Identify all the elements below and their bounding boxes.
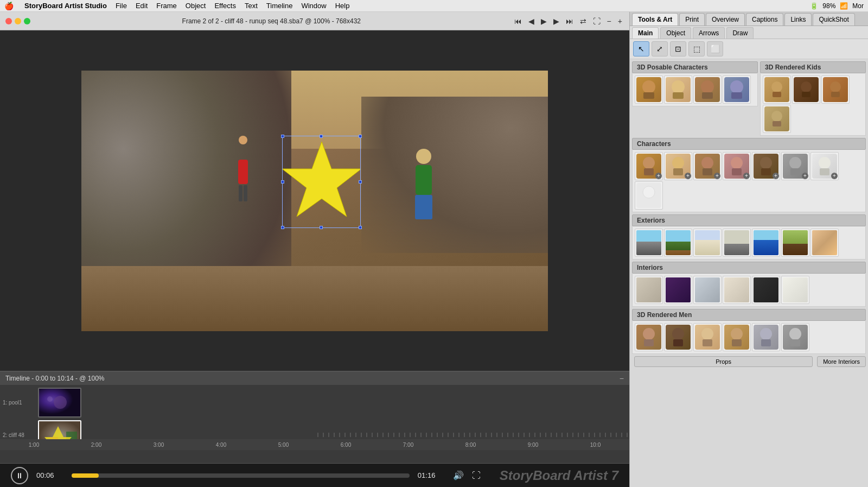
crop-tool-icon[interactable]: ⊡ <box>670 41 686 56</box>
int-1[interactable] <box>635 276 663 304</box>
kid-2[interactable] <box>792 75 820 104</box>
char-cell-3[interactable]: + <box>693 152 722 180</box>
ext-6[interactable] <box>781 229 809 257</box>
transform-tool-icon[interactable]: ⬚ <box>688 41 705 56</box>
exteriors-title[interactable]: Exteriors <box>632 214 866 226</box>
timeline-collapse-btn[interactable]: − <box>620 374 624 383</box>
handle-top-right[interactable] <box>359 135 362 138</box>
subtab-main[interactable]: Main <box>632 27 659 39</box>
menu-help[interactable]: Help <box>335 2 350 10</box>
fullscreen-icon[interactable]: ⛶ <box>472 471 481 480</box>
frame-prev-btn[interactable]: ◀ <box>527 16 536 26</box>
volume-icon[interactable]: 🔊 <box>453 470 464 480</box>
progress-bar[interactable] <box>72 473 410 478</box>
handle-bottom-center[interactable] <box>320 226 323 229</box>
man-1[interactable] <box>635 323 663 351</box>
man-6[interactable] <box>781 323 809 351</box>
posable-title[interactable]: 3D Posable Characters <box>632 61 758 73</box>
panel-scrollable[interactable]: 3D Posable Characters 3D Rendered Kids <box>630 59 868 487</box>
ext-3[interactable] <box>693 229 722 257</box>
menu-effects[interactable]: Effects <box>214 2 236 10</box>
select-tool-icon[interactable]: ↖ <box>633 41 649 56</box>
man-2[interactable] <box>664 323 692 351</box>
more-interiors-button[interactable]: More Interiors <box>817 356 866 367</box>
perspective-tool-icon[interactable]: ⬜ <box>707 41 723 56</box>
character-green <box>402 149 445 230</box>
man-4[interactable] <box>723 323 751 351</box>
ext-1[interactable] <box>635 229 663 257</box>
kid-1[interactable] <box>763 75 791 104</box>
man-5[interactable] <box>752 323 780 351</box>
tab-captions[interactable]: Captions <box>746 13 783 26</box>
rendered-kids-grid <box>760 73 866 136</box>
svg-point-12 <box>701 80 714 93</box>
frame-play-btn[interactable]: ▶ <box>539 16 548 26</box>
frame-zoom-in-btn[interactable]: + <box>616 16 624 26</box>
posable-char-2[interactable] <box>664 75 692 104</box>
posable-char-3[interactable] <box>693 75 722 104</box>
subtab-draw[interactable]: Draw <box>726 27 754 39</box>
int-4[interactable] <box>723 276 751 304</box>
ext-2[interactable] <box>664 229 692 257</box>
tab-quickshot[interactable]: QuickShot <box>813 13 854 26</box>
frame-first-btn[interactable]: ⏮ <box>513 16 524 26</box>
ext-4[interactable] <box>723 229 751 257</box>
int-2[interactable] <box>664 276 692 304</box>
handle-top-center[interactable] <box>320 135 323 138</box>
window-maximize-btn[interactable] <box>24 18 30 24</box>
characters-title[interactable]: Characters <box>632 138 866 150</box>
menu-window[interactable]: Window <box>301 2 326 10</box>
window-close-btn[interactable] <box>5 18 12 24</box>
handle-mid-right[interactable] <box>359 180 362 184</box>
menu-file[interactable]: File <box>116 2 127 10</box>
char-cell-2[interactable]: + <box>664 152 692 180</box>
props-button[interactable]: Props <box>634 356 813 367</box>
menu-text[interactable]: Text <box>245 2 258 10</box>
char-cell-8[interactable] <box>635 181 663 210</box>
char-cell-4[interactable]: + <box>723 152 751 180</box>
track-thumb-1[interactable] <box>38 388 81 418</box>
handle-mid-left[interactable] <box>281 180 284 184</box>
pause-button[interactable]: ⏸ <box>11 467 28 484</box>
handle-top-left[interactable] <box>281 135 284 138</box>
ext-5[interactable] <box>752 229 780 257</box>
menu-timeline[interactable]: Timeline <box>266 2 293 10</box>
timeline-ruler: 1:00 2:00 3:00 4:00 5:00 6:00 7:00 8:00 … <box>0 439 629 450</box>
char-cell-6[interactable]: + <box>781 152 809 180</box>
selection-box[interactable]: ✛ <box>282 136 361 228</box>
frame-next-btn[interactable]: ▶ <box>552 16 561 26</box>
apple-menu-icon[interactable]: 🍎 <box>4 2 14 10</box>
posable-char-1[interactable] <box>635 75 663 104</box>
frame-fullscreen-btn[interactable]: ⛶ <box>591 16 602 26</box>
kid-3[interactable] <box>821 75 850 104</box>
frame-loop-btn[interactable]: ⇄ <box>578 16 588 26</box>
int-5[interactable] <box>752 276 780 304</box>
man-3[interactable] <box>693 323 722 351</box>
char-cell-5[interactable]: + <box>752 152 780 180</box>
window-minimize-btn[interactable] <box>15 18 21 24</box>
kid-4[interactable] <box>763 105 791 133</box>
int-6[interactable] <box>781 276 809 304</box>
menu-object[interactable]: Object <box>186 2 206 10</box>
frame-last-btn[interactable]: ⏭ <box>564 16 575 26</box>
rendered-kids-title[interactable]: 3D Rendered Kids <box>760 61 866 73</box>
menu-frame[interactable]: Frame <box>156 2 177 10</box>
posable-char-4[interactable] <box>723 75 751 104</box>
tab-tools-art[interactable]: Tools & Art <box>632 13 678 26</box>
frame-zoom-out-btn[interactable]: − <box>605 16 613 26</box>
ext-7[interactable] <box>810 229 839 257</box>
interiors-title[interactable]: Interiors <box>632 262 866 274</box>
int-3[interactable] <box>693 276 722 304</box>
char-cell-7[interactable]: + <box>810 152 839 180</box>
handle-bottom-left[interactable] <box>281 226 284 229</box>
menu-edit[interactable]: Edit <box>136 2 148 10</box>
subtab-object[interactable]: Object <box>660 27 691 39</box>
handle-bottom-right[interactable] <box>359 226 362 229</box>
resize-tool-icon[interactable]: ⤢ <box>652 41 668 56</box>
char-cell-1[interactable]: + <box>635 152 663 180</box>
subtab-arrows[interactable]: Arrows <box>693 27 725 39</box>
rendered-men-title[interactable]: 3D Rendered Men <box>632 309 866 321</box>
tab-overview[interactable]: Overview <box>706 13 745 26</box>
tab-print[interactable]: Print <box>679 13 705 26</box>
tab-links[interactable]: Links <box>784 13 812 26</box>
